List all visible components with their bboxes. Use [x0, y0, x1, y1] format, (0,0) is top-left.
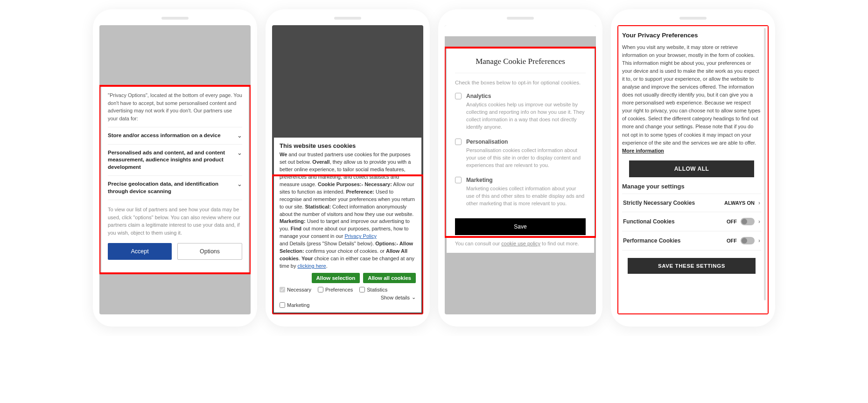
purpose-row[interactable]: Personalised ads and content, ad and con… — [108, 144, 242, 176]
chevron-down-icon: ⌄ — [412, 294, 416, 300]
personalisation-checkbox[interactable] — [455, 139, 462, 145]
necessary-checkbox[interactable]: Necessary — [280, 287, 311, 292]
marketing-checkbox[interactable] — [455, 177, 462, 183]
chevron-down-icon: ⌄ — [237, 149, 242, 156]
purpose-label: Personalised ads and content, ad and con… — [108, 149, 237, 171]
footer-text: You can consult our cookie use policy to… — [455, 241, 586, 246]
preferences-checkbox[interactable]: Preferences — [318, 287, 353, 292]
partners-note: To view our list of partners and see how… — [108, 200, 242, 236]
setting-row-performance[interactable]: Performance Cookies OFF › — [622, 231, 761, 250]
chevron-down-icon: ⌄ — [237, 181, 242, 188]
phone-speaker — [334, 17, 361, 20]
setting-status: ALWAYS ON — [724, 200, 755, 206]
page-overlay-bg: "Privacy Options", located at the bottom… — [99, 25, 251, 314]
allow-all-button[interactable]: ALLOW ALL — [629, 160, 754, 177]
chevron-right-icon: › — [758, 218, 760, 225]
allow-selection-button[interactable]: Allow selection — [312, 273, 360, 283]
category-label: Analytics — [466, 93, 491, 99]
save-button[interactable]: Save — [455, 218, 586, 235]
statistics-checkbox[interactable]: Statistics — [359, 287, 387, 292]
show-details-toggle[interactable]: Show details ⌄ — [381, 294, 416, 300]
category-desc: Marketing cookies collect information ab… — [455, 185, 586, 208]
allow-all-cookies-button[interactable]: Allow all cookies — [363, 273, 416, 283]
setting-label: Performance Cookies — [623, 237, 680, 244]
phone-mock-3: Manage Cookie Preferences Check the boxe… — [438, 9, 602, 327]
purpose-label: Store and/or access information on a dev… — [108, 132, 237, 139]
phone-mock-1: "Privacy Options", located at the bottom… — [93, 9, 257, 327]
phone-mock-2: This website uses cookies We and our tru… — [266, 9, 430, 327]
save-settings-button[interactable]: SAVE THESE SETTINGS — [628, 258, 756, 274]
purpose-row[interactable]: Store and/or access information on a dev… — [108, 127, 242, 144]
toggle-switch[interactable] — [741, 218, 755, 225]
chevron-right-icon: › — [758, 200, 760, 206]
category-label: Personalisation — [466, 139, 508, 145]
chevron-down-icon: ⌄ — [237, 132, 242, 139]
banner-text: We and our trusted partners use cookies … — [280, 151, 416, 270]
page-overlay-bg: This website uses cookies We and our tru… — [272, 25, 423, 314]
accept-button[interactable]: Accept — [108, 243, 172, 260]
manage-cookie-panel: Manage Cookie Preferences Check the boxe… — [447, 49, 594, 253]
setting-row-functional[interactable]: Functional Cookies OFF › — [622, 212, 761, 231]
privacy-options-panel: "Privacy Options", located at the bottom… — [101, 86, 249, 272]
panel-title: Manage Cookie Preferences — [455, 57, 586, 73]
panel-subtitle: Check the boxes below to opt-in for opti… — [455, 79, 586, 86]
top-bar — [445, 25, 596, 36]
setting-row-strictly-necessary[interactable]: Strictly Necessary Cookies ALWAYS ON › — [622, 194, 761, 212]
banner-title: This website uses cookies — [280, 142, 416, 149]
intro-text: "Privacy Options", located at the bottom… — [108, 91, 242, 122]
more-info-link[interactable]: More information — [622, 148, 664, 153]
purpose-row[interactable]: Precise geolocation data, and identifica… — [108, 175, 242, 200]
phone-speaker — [679, 17, 707, 20]
setting-status: OFF — [727, 219, 737, 224]
setting-label: Functional Cookies — [623, 218, 675, 225]
options-button[interactable]: Options — [177, 243, 242, 260]
phone-speaker — [507, 17, 534, 20]
setting-label: Strictly Necessary Cookies — [623, 200, 695, 206]
setting-status: OFF — [727, 238, 737, 243]
scrollbar[interactable] — [764, 28, 766, 300]
purpose-label: Precise geolocation data, and identifica… — [108, 181, 237, 195]
phone-mock-4: Your Privacy Preferences When you visit … — [611, 9, 775, 327]
chevron-right-icon: › — [758, 237, 760, 244]
cookie-policy-link[interactable]: cookie use policy — [501, 241, 540, 246]
marketing-checkbox[interactable]: Marketing — [280, 302, 416, 308]
page-overlay-bg: Manage Cookie Preferences Check the boxe… — [445, 25, 596, 314]
cookie-banner: This website uses cookies We and our tru… — [274, 138, 421, 313]
privacy-policy-link[interactable]: Privacy Policy — [344, 233, 376, 239]
clicking-here-link[interactable]: clicking here — [298, 263, 326, 269]
analytics-checkbox[interactable] — [455, 93, 462, 99]
panel-description: When you visit any website, it may store… — [622, 43, 761, 155]
manage-heading: Manage your settings — [622, 183, 761, 190]
category-desc: Analytics cookies help us improve our we… — [455, 101, 586, 131]
panel-title: Your Privacy Preferences — [622, 32, 761, 39]
phone-speaker — [161, 17, 189, 20]
privacy-preferences-panel: Your Privacy Preferences When you visit … — [617, 25, 769, 314]
category-label: Marketing — [466, 177, 493, 183]
category-desc: Personalisation cookies collect informat… — [455, 147, 586, 169]
toggle-switch[interactable] — [741, 237, 755, 244]
